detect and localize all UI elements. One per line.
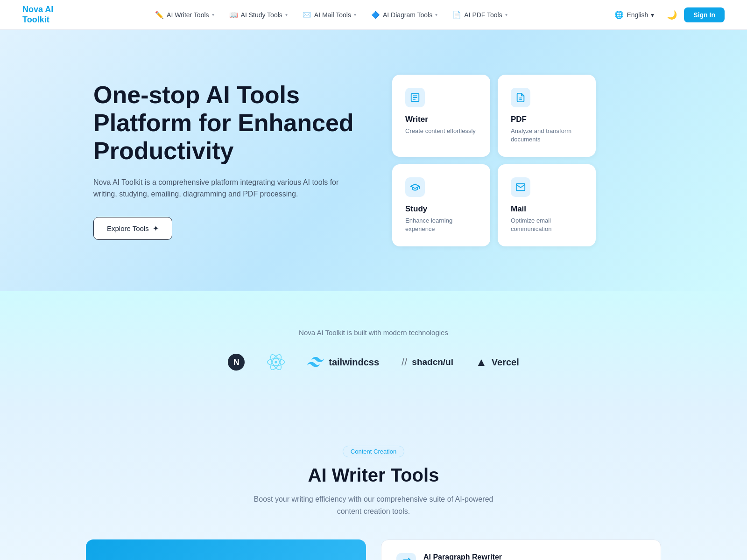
section-description: Boost your writing efficiency with our c… <box>252 493 495 517</box>
sparkle-icon: ✦ <box>153 224 159 233</box>
paragraph-rewriter-info: AI Paragraph Rewriter <box>423 553 502 560</box>
blue-feature-card[interactable] <box>86 539 366 560</box>
navbar: Nova AI Toolkit ✏️ AI Writer Tools ▾ 📖 A… <box>0 0 747 30</box>
nav-pdf-tools[interactable]: 📄 AI PDF Tools ▾ <box>446 7 514 23</box>
mail-card-icon <box>511 177 530 197</box>
language-selector[interactable]: 🌐 English ▾ <box>609 7 660 23</box>
writer-card-icon <box>405 88 425 107</box>
study-card-desc: Enhance learning experience <box>405 217 477 233</box>
nav-writer-tools[interactable]: ✏️ AI Writer Tools ▾ <box>148 7 221 23</box>
nextjs-logo: N <box>228 354 245 371</box>
chevron-icon: ▾ <box>285 12 288 17</box>
globe-icon: 🌐 <box>614 10 624 19</box>
content-creation-section: Content Creation AI Writer Tools Boost y… <box>0 408 747 560</box>
brand-logo[interactable]: Nova AI Toolkit <box>22 5 53 25</box>
nav-links: ✏️ AI Writer Tools ▾ 📖 AI Study Tools ▾ … <box>148 7 514 23</box>
hero-left: One-stop AI Tools Platform for Enhanced … <box>93 81 355 240</box>
chevron-icon: ▾ <box>354 12 356 17</box>
nextjs-icon: N <box>228 354 245 371</box>
chevron-icon: ▾ <box>435 12 437 17</box>
writer-card-title: Writer <box>405 115 477 124</box>
nav-right: 🌐 English ▾ 🌙 Sign In <box>609 7 725 23</box>
signin-button[interactable]: Sign In <box>684 7 725 22</box>
pdf-card-desc: Analyze and transform documents <box>511 127 583 144</box>
hero-title: One-stop AI Tools Platform for Enhanced … <box>93 81 355 165</box>
pdf-icon: 📄 <box>452 11 461 19</box>
paragraph-rewriter-icon <box>396 553 416 560</box>
tailwind-text: tailwindcss <box>329 357 379 368</box>
tailwind-logo: tailwindcss <box>307 357 379 368</box>
shadcn-slash-icon: // <box>402 356 407 368</box>
nav-diagram-tools[interactable]: 🔷 AI Diagram Tools ▾ <box>365 7 444 23</box>
explore-tools-button[interactable]: Explore Tools ✦ <box>93 217 172 240</box>
vercel-triangle-icon: ▲ <box>476 356 487 369</box>
chevron-icon: ▾ <box>212 12 214 17</box>
react-logo <box>267 353 285 371</box>
content-creation-badge: Content Creation <box>343 446 404 457</box>
hero-cards: Writer Create content effortlessly PDF A… <box>392 75 596 247</box>
chevron-icon: ▾ <box>505 12 507 17</box>
diagram-icon: 🔷 <box>371 11 380 19</box>
nav-mail-tools[interactable]: ✉️ AI Mail Tools ▾ <box>296 7 363 23</box>
chevron-icon: ▾ <box>651 11 654 19</box>
section-title: AI Writer Tools <box>56 465 691 486</box>
writer-card[interactable]: Writer Create content effortlessly <box>392 75 490 157</box>
study-card[interactable]: Study Enhance learning experience <box>392 164 490 246</box>
bottom-cards: AI Paragraph Rewriter <box>56 539 691 560</box>
svg-point-9 <box>275 361 277 363</box>
study-card-icon <box>405 177 425 197</box>
pdf-card-icon <box>511 88 530 107</box>
pdf-card-title: PDF <box>511 115 583 124</box>
shadcn-text: shadcn/ui <box>412 357 453 367</box>
hero-description: Nova AI Toolkit is a comprehensive platf… <box>93 176 355 200</box>
pdf-card[interactable]: PDF Analyze and transform documents <box>498 75 596 157</box>
paragraph-rewriter-card[interactable]: AI Paragraph Rewriter <box>381 539 661 560</box>
tech-section: Nova AI Toolkit is built with modern tec… <box>0 291 747 408</box>
theme-toggle[interactable]: 🌙 <box>663 7 680 23</box>
nav-study-tools[interactable]: 📖 AI Study Tools ▾ <box>223 7 294 23</box>
mail-card-desc: Optimize email communication <box>511 217 583 233</box>
vercel-logo: ▲ Vercel <box>476 356 519 369</box>
hero-section: One-stop AI Tools Platform for Enhanced … <box>0 30 747 291</box>
writer-card-desc: Create content effortlessly <box>405 127 477 135</box>
study-icon: 📖 <box>229 11 238 19</box>
writer-icon: ✏️ <box>155 11 164 19</box>
mail-icon: ✉️ <box>303 11 311 19</box>
study-card-title: Study <box>405 204 477 214</box>
vercel-text: Vercel <box>492 357 519 368</box>
mail-card[interactable]: Mail Optimize email communication <box>498 164 596 246</box>
tech-logos: N tailwindcss // shadcn/ui ▲ Ver <box>56 353 691 371</box>
shadcn-logo: // shadcn/ui <box>402 356 453 368</box>
mail-card-title: Mail <box>511 204 583 214</box>
tech-label: Nova AI Toolkit is built with modern tec… <box>56 329 691 336</box>
paragraph-rewriter-title: AI Paragraph Rewriter <box>423 553 502 560</box>
